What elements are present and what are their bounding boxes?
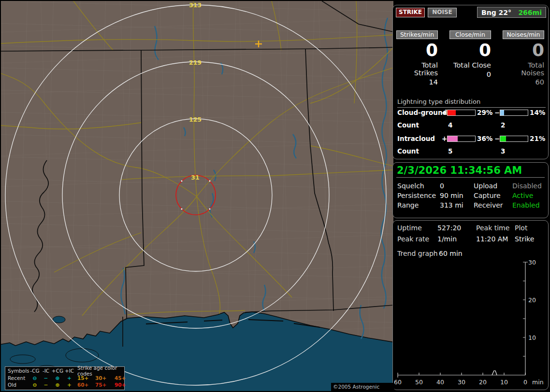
intracloud-label: Intracloud	[397, 135, 435, 142]
squelch-label: Squelch	[397, 182, 424, 190]
pos-cg-recent-icon: ⊕	[51, 375, 64, 381]
x-tick-30: 30	[458, 378, 465, 386]
bearing-distance: 266mi	[518, 9, 542, 16]
map[interactable]: 313 219 125 31 Symbols -CG -IC +CG +IC S…	[1, 1, 393, 391]
noise-toggle-button[interactable]: NOISE	[428, 8, 457, 17]
receiver-label: Receiver	[474, 201, 503, 209]
legend-col-neg-cg: -CG	[29, 368, 41, 374]
x-tick-60: 60	[394, 378, 402, 386]
strikes-per-min-chip: Strikes/min	[396, 30, 438, 39]
ic-minus-pct: 21%	[530, 135, 545, 142]
cg-plus-bar-fill	[448, 110, 456, 115]
status-row: Range 313 mi Receiver Enabled	[393, 201, 548, 211]
legend-symbols-header: Symbols	[8, 368, 29, 374]
pos-cg-old-icon: ⊕	[51, 382, 64, 388]
peak-time-value: 11:20 AM	[476, 235, 508, 243]
total-noises-value: 60	[503, 78, 544, 86]
status-row: Squelch 0 Upload Disabled	[393, 182, 548, 192]
close-counter: Close/min 0 Total Close 0	[449, 30, 491, 78]
cg-plus-bar	[447, 110, 476, 116]
minus-sign: −	[494, 109, 500, 116]
ic-minus-bar	[500, 136, 528, 142]
status-panel: 2/3/2026 11:34:56 AM Squelch 0 Upload Di…	[392, 162, 549, 218]
plot-value: Strike	[515, 235, 534, 243]
uptime-row: Uptime 527:20 Peak time Plot	[393, 224, 548, 234]
datetime-display: 2/3/2026 11:34:56 AM	[397, 165, 522, 176]
x-tick-40: 40	[436, 378, 444, 386]
map-legend: Symbols -CG -IC +CG +IC Strike age color…	[5, 366, 125, 390]
cg-minus-count: 2	[501, 121, 505, 129]
y-tick-20: 20	[528, 296, 536, 304]
minus-sign: −	[494, 135, 500, 142]
bearing-display: Bng 22° 266mi	[477, 7, 546, 18]
ring-label-219: 219	[189, 59, 202, 66]
trend-series-spike	[492, 371, 497, 375]
range-value: 313 mi	[440, 201, 463, 209]
trend-graph-window: 60 min	[439, 250, 463, 257]
total-noises-label: Total Noises	[503, 61, 544, 77]
count-label: Count	[397, 121, 419, 129]
peak-rate-label: Peak rate	[397, 235, 429, 243]
total-close-label: Total Close	[449, 61, 491, 69]
close-per-min-chip: Close/min	[449, 30, 491, 39]
pos-ic-recent-icon: +	[64, 375, 75, 381]
legend-col-neg-ic: -IC	[41, 368, 51, 374]
intracloud-row: Intracloud + 36% − 21%	[393, 135, 548, 142]
cg-minus-bar	[500, 110, 528, 116]
noises-per-min-chip: Noises/min	[503, 30, 544, 39]
legend-old-label: Old	[8, 382, 29, 388]
persistence-label: Persistence	[397, 192, 436, 199]
cloud-ground-row: Cloud-ground + 29% − 14%	[393, 109, 548, 116]
bearing-value: Bng 22°	[481, 9, 511, 16]
age-code-45: 45+	[115, 375, 131, 381]
cloud-ground-label: Cloud-ground	[397, 109, 447, 116]
x-tick-0: 0	[523, 378, 527, 386]
capture-label: Capture	[474, 192, 501, 199]
status-separator	[396, 177, 545, 178]
ic-plus-bar-fill	[448, 136, 458, 141]
pos-ic-old-icon: +	[64, 382, 75, 388]
squelch-value: 0	[440, 182, 444, 190]
age-code-60: 60+	[77, 382, 95, 388]
strike-toggle-button[interactable]: STRIKE	[396, 8, 425, 17]
neg-ic-old-icon: −	[41, 382, 51, 388]
map-svg: 313 219 125 31	[1, 1, 393, 391]
x-tick-10: 10	[500, 378, 508, 386]
ic-plus-count: 5	[448, 147, 452, 155]
ic-minus-bar-fill	[500, 136, 506, 141]
ic-plus-pct: 36%	[477, 135, 492, 142]
neg-cg-old-icon: ⊖	[29, 382, 41, 388]
neg-cg-recent-icon: ⊖	[29, 375, 41, 381]
trend-graph-row: Trend graph 60 min	[393, 250, 548, 259]
copyright-notice: ©2005 Astrogenic Systems	[331, 383, 394, 391]
ring-label-313: 313	[189, 1, 202, 9]
cg-minus-bar-fill	[500, 110, 504, 115]
legend-recent-label: Recent	[8, 375, 29, 381]
noises-per-min-value: 0	[503, 41, 544, 60]
plot-label: Plot	[515, 224, 527, 232]
trend-graph: 30 20 10 60 50 40 30 20 10 0 min	[393, 258, 548, 390]
peak-time-label: Peak time	[476, 224, 509, 232]
noises-counter: Noises/min 0 Total Noises 60	[503, 30, 544, 86]
plus-sign: +	[442, 109, 447, 116]
capture-status: Active	[512, 192, 533, 199]
y-tick-10: 10	[528, 334, 536, 341]
ring-label-125: 125	[189, 116, 202, 123]
cg-minus-pct: 14%	[530, 109, 545, 116]
persistence-value: 90 min	[440, 192, 463, 199]
intracloud-count-row: Count 5 3	[393, 147, 548, 155]
trend-graph-label: Trend graph	[397, 250, 438, 257]
age-code-15: 15+	[77, 375, 95, 381]
age-code-75: 75+	[95, 382, 115, 388]
strike-stats-panel: STRIKE NOISE Bng 22° 266mi Strikes/min 0…	[392, 5, 549, 159]
cg-plus-pct: 29%	[477, 109, 492, 116]
total-close-value: 0	[449, 70, 491, 78]
app-window: 313 219 125 31 Symbols -CG -IC +CG +IC S…	[0, 0, 550, 392]
x-tick-50: 50	[415, 378, 423, 386]
neg-ic-recent-icon: −	[41, 375, 51, 381]
x-axis-unit: min	[532, 378, 544, 386]
cloud-ground-count-row: Count 4 2	[393, 121, 548, 129]
upload-status: Disabled	[512, 182, 542, 190]
upload-label: Upload	[474, 182, 497, 190]
total-strikes-value: 14	[396, 78, 438, 86]
